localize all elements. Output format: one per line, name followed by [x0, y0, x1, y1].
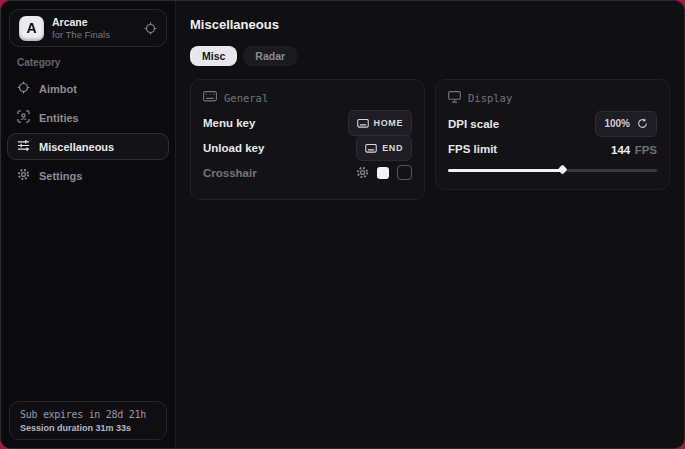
general-card: General Menu key HOME — [190, 79, 425, 200]
unload-key-value: END — [382, 143, 403, 153]
display-card-title: Display — [468, 92, 512, 104]
sidebar-nav: Aimbot Entities — [1, 74, 175, 190]
fps-limit-value: 144 — [611, 144, 630, 156]
page-title: Miscellaneous — [190, 17, 670, 32]
session-duration-text: Session duration 31m 33s — [20, 423, 156, 433]
crosshair-checkbox[interactable] — [397, 165, 412, 180]
menu-key-value: HOME — [374, 118, 403, 128]
app-logo: A — [19, 16, 44, 41]
unload-key-row: Unload key END — [203, 135, 412, 160]
main-content: Miscellaneous Misc Radar General — [176, 1, 684, 448]
sidebar-item-entities[interactable]: Entities — [7, 104, 169, 131]
keyboard-icon — [357, 114, 369, 132]
dpi-scale-row: DPI scale 100% — [448, 111, 657, 136]
sliders-icon — [17, 139, 30, 154]
fps-limit-row: FPS limit 144 FPS — [448, 136, 657, 161]
tab-radar[interactable]: Radar — [243, 46, 297, 66]
unload-key-label: Unload key — [203, 142, 264, 154]
dpi-scale-label: DPI scale — [448, 118, 499, 130]
app-header: A Arcane for The Finals — [9, 9, 167, 47]
gear-icon[interactable] — [356, 166, 369, 179]
scan-icon — [17, 110, 30, 125]
sidebar-item-label: Settings — [39, 170, 82, 182]
menu-key-binding[interactable]: HOME — [348, 110, 412, 136]
display-card: Display DPI scale 100% — [435, 79, 670, 190]
keyboard-icon — [203, 91, 217, 104]
sidebar-item-label: Miscellaneous — [39, 141, 114, 153]
unload-key-binding[interactable]: END — [356, 135, 412, 161]
gear-icon — [17, 168, 30, 183]
subscription-status: Sub expires in 28d 21h Session duration … — [9, 401, 167, 440]
crosshair-label: Crosshair — [203, 167, 257, 179]
slider-track — [448, 169, 657, 172]
sidebar-item-label: Entities — [39, 112, 79, 124]
crosshair-row: Crosshair — [203, 160, 412, 185]
arcane-window: A Arcane for The Finals Category — [0, 0, 685, 449]
crosshair-icon[interactable] — [144, 22, 157, 35]
tab-misc[interactable]: Misc — [190, 46, 237, 66]
fps-limit-slider[interactable] — [448, 165, 657, 175]
category-label: Category — [17, 57, 175, 68]
sidebar: A Arcane for The Finals Category — [1, 1, 176, 448]
sidebar-item-aimbot[interactable]: Aimbot — [7, 75, 169, 102]
fps-limit-unit: FPS — [635, 144, 657, 156]
dpi-scale-select[interactable]: 100% — [595, 111, 657, 137]
sidebar-item-miscellaneous[interactable]: Miscellaneous — [7, 133, 169, 160]
sidebar-item-label: Aimbot — [39, 83, 77, 95]
menu-key-row: Menu key HOME — [203, 110, 412, 135]
keyboard-icon — [365, 139, 377, 157]
crosshair-icon — [17, 81, 30, 96]
slider-thumb[interactable] — [557, 165, 567, 175]
app-subtitle: for The Finals — [52, 29, 110, 41]
general-card-title: General — [224, 92, 268, 104]
monitor-icon — [448, 91, 461, 105]
sub-expiry-text: Sub expires in 28d 21h — [20, 409, 156, 420]
tab-bar: Misc Radar — [190, 46, 670, 66]
crosshair-color-swatch[interactable] — [377, 167, 389, 179]
menu-key-label: Menu key — [203, 117, 255, 129]
app-name: Arcane — [52, 16, 110, 29]
fps-limit-label: FPS limit — [448, 143, 497, 155]
sidebar-item-settings[interactable]: Settings — [7, 162, 169, 189]
dpi-scale-value: 100% — [604, 118, 630, 129]
refresh-icon — [637, 115, 648, 133]
